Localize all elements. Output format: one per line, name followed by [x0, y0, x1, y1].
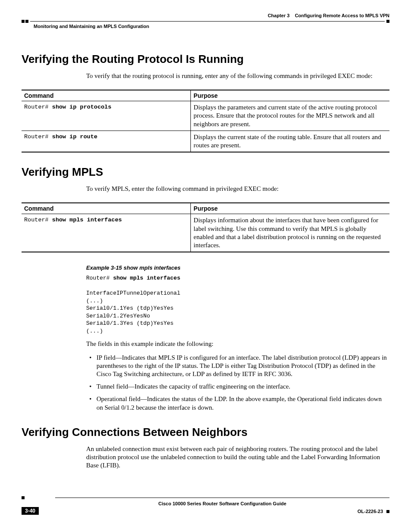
list-item: Tunnel field—Indicates the capacity of t… [95, 383, 389, 391]
command-bold: show ip route [52, 134, 97, 140]
decor-blocks-left [22, 20, 28, 23]
prompt: Router# [24, 104, 52, 110]
header-rule [22, 20, 389, 23]
footer-rule [22, 496, 389, 499]
section-heading-verifying-connections: Verifying Connections Between Neighbors [22, 426, 389, 439]
example-code-block: Router# show mpls interfaces InterfaceIP… [86, 274, 389, 335]
running-header: Chapter 3 Configuring Remote Access to M… [22, 13, 389, 18]
page-number: 3-40 [22, 507, 39, 515]
square-icon [22, 496, 25, 499]
command-cell: Router# show ip route [22, 131, 191, 152]
section-heading-verifying-mpls: Verifying MPLS [22, 165, 389, 179]
doc-id: OL-2226-23 [358, 509, 383, 514]
table-row: Router# show ip route Displays the curre… [22, 131, 389, 152]
table-header-row: Command Purpose [22, 90, 389, 101]
prompt: Router# [24, 217, 52, 223]
table-header-command: Command [22, 203, 191, 214]
header-right: Chapter 3 Configuring Remote Access to M… [268, 13, 389, 18]
square-icon [386, 20, 389, 23]
section-intro-verifying-mpls: To verify MPLS, enter the following comm… [86, 185, 389, 193]
decor-blocks-left [22, 496, 55, 499]
example-command: show mpls interfaces [113, 275, 180, 281]
table-row: Router# show mpls interfaces Displays in… [22, 214, 389, 252]
breadcrumb: Monitoring and Maintaining an MPLS Confi… [34, 24, 389, 29]
footer-doc-id-wrap: OL-2226-23 [358, 507, 389, 515]
prompt: Router# [24, 134, 52, 140]
purpose-cell: Displays the parameters and current stat… [191, 101, 389, 131]
purpose-cell: Displays the current state of the routin… [191, 131, 389, 152]
square-icon [22, 20, 25, 23]
table-header-command: Command [22, 90, 191, 101]
horizontal-rule [55, 498, 389, 498]
purpose-cell: Displays information about the interface… [191, 214, 389, 252]
field-list: IP field—Indicates that MPLS IP is confi… [86, 354, 389, 412]
example-caption: Example 3-15 show mpls interfaces [86, 264, 389, 271]
table-row: Router# show ip protocols Displays the p… [22, 101, 389, 131]
square-icon [386, 510, 389, 513]
command-bold: show mpls interfaces [52, 217, 122, 223]
chapter-label: Chapter 3 [268, 13, 290, 18]
table-header-purpose: Purpose [191, 90, 389, 101]
footer-guide-title: Cisco 10000 Series Router Software Confi… [55, 501, 389, 506]
page-footer: Cisco 10000 Series Router Software Confi… [22, 496, 389, 515]
example-prompt: Router# [86, 275, 113, 281]
table-header-row: Command Purpose [22, 203, 389, 214]
horizontal-rule [30, 21, 385, 22]
post-example-text: The fields in this example indicate the … [86, 340, 389, 348]
command-cell: Router# show ip protocols [22, 101, 191, 131]
section-heading-routing-protocol: Verifying the Routing Protocol Is Runnin… [22, 53, 389, 66]
command-bold: show ip protocols [52, 104, 112, 110]
list-item: Operational field—Indicates the status o… [95, 395, 389, 411]
command-table-mpls: Command Purpose Router# show mpls interf… [22, 202, 389, 252]
table-header-purpose: Purpose [191, 203, 389, 214]
footer-bottom-row: 3-40 OL-2226-23 [22, 507, 389, 515]
section-intro-verifying-connections: An unlabeled connection must exist betwe… [86, 445, 389, 470]
list-item: IP field—Indicates that MPLS IP is confi… [95, 354, 389, 379]
section-intro-routing-protocol: To verify that the routing protocol is r… [86, 72, 389, 80]
command-table-routing: Command Purpose Router# show ip protocol… [22, 90, 389, 152]
square-icon [25, 20, 28, 23]
example-output: InterfaceIPTunnelOperational (...) Seria… [86, 290, 180, 334]
chapter-title: Configuring Remote Access to MPLS VPN [295, 13, 389, 18]
command-cell: Router# show mpls interfaces [22, 214, 191, 252]
